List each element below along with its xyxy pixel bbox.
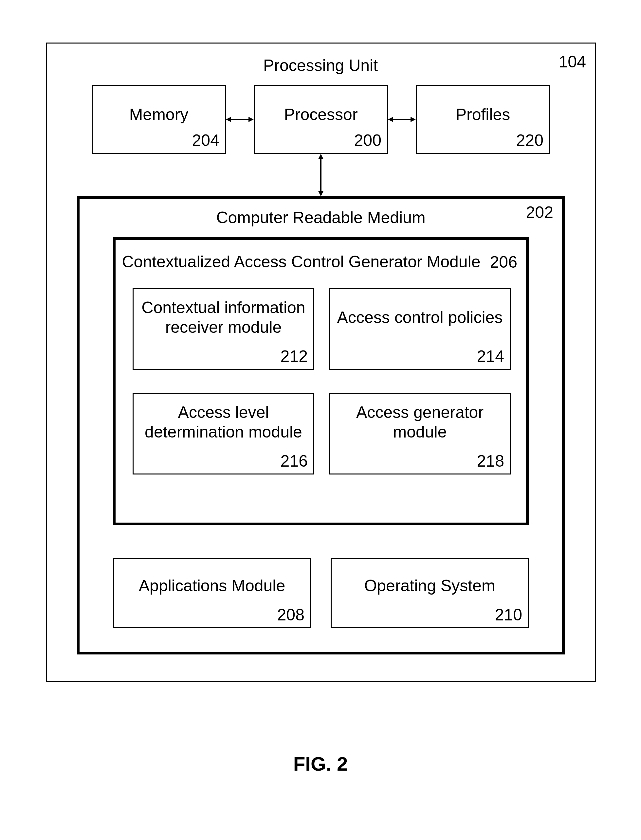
memory-label: Memory xyxy=(92,105,226,124)
connector-processor-profiles xyxy=(388,113,416,126)
processor-ref: 200 xyxy=(349,131,382,150)
applications-label: Applications Module xyxy=(113,576,311,596)
level-det-label: Access level determination module xyxy=(136,403,311,442)
os-ref: 210 xyxy=(490,606,522,624)
cac-module-title: Contextualized Access Control Generator … xyxy=(119,252,483,271)
processing-unit-ref: 104 xyxy=(557,52,586,71)
connector-memory-processor xyxy=(226,113,254,126)
svg-marker-2 xyxy=(248,117,254,122)
cac-module-box xyxy=(113,237,529,525)
profiles-label: Profiles xyxy=(416,105,550,124)
figure-caption: FIG. 2 xyxy=(0,753,641,775)
svg-marker-5 xyxy=(411,117,416,122)
os-label: Operating System xyxy=(331,576,529,596)
svg-marker-8 xyxy=(318,191,324,196)
crm-title: Computer Readable Medium xyxy=(77,208,565,227)
access-gen-label: Access generator module xyxy=(332,403,507,442)
page: Processing Unit 104 Memory 204 Processor… xyxy=(0,0,641,840)
crm-ref: 202 xyxy=(520,203,553,222)
profiles-ref: 220 xyxy=(511,131,543,150)
svg-marker-4 xyxy=(388,117,393,122)
svg-marker-1 xyxy=(226,117,231,122)
ctx-receiver-ref: 212 xyxy=(275,347,308,366)
policies-ref: 214 xyxy=(472,347,504,366)
applications-ref: 208 xyxy=(272,606,304,624)
policies-label: Access control policies xyxy=(332,308,507,327)
ctx-receiver-label: Contextual information receiver module xyxy=(136,298,311,337)
svg-marker-7 xyxy=(318,154,324,159)
access-gen-ref: 218 xyxy=(472,451,504,471)
processor-label: Processor xyxy=(254,105,388,124)
cac-module-ref: 206 xyxy=(485,253,517,271)
memory-ref: 204 xyxy=(187,131,219,150)
processing-unit-title: Processing Unit xyxy=(0,56,641,75)
level-det-ref: 216 xyxy=(275,451,308,471)
connector-processor-crm xyxy=(314,154,327,196)
